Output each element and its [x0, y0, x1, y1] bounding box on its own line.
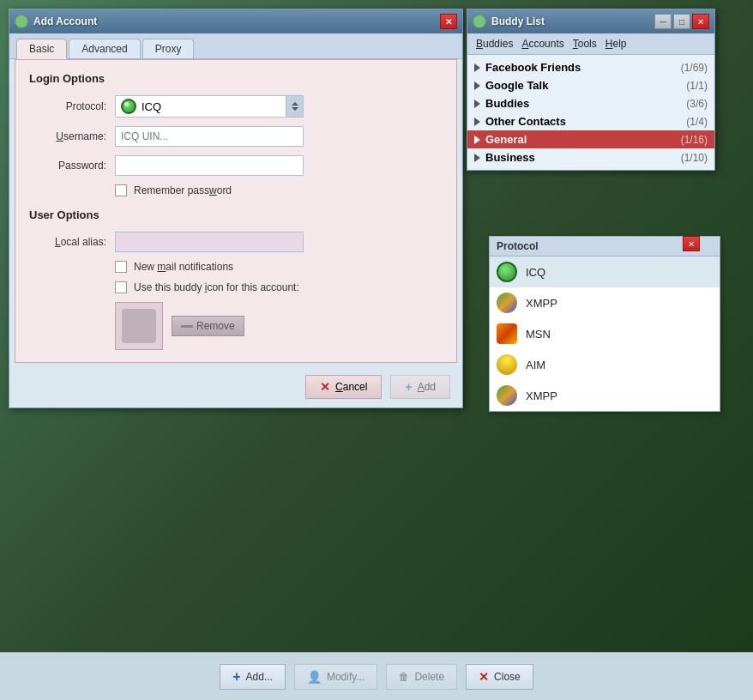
password-label: Password:: [29, 160, 106, 172]
login-options-title: Login Options: [29, 72, 443, 85]
arrow-up-icon: [292, 102, 298, 106]
tab-proxy[interactable]: Proxy: [142, 39, 195, 58]
group-name-business: Business: [485, 151, 676, 164]
protocol-item-msn[interactable]: MSN: [490, 318, 720, 349]
buddy-list-title: Buddy List: [491, 15, 545, 27]
xmpp2-proto-icon: [497, 385, 517, 406]
add-label: Add: [418, 381, 436, 393]
tab-advanced[interactable]: Advanced: [69, 39, 140, 58]
remember-password-checkbox[interactable]: [115, 184, 127, 196]
buddy-list-minimize-button[interactable]: ─: [654, 14, 672, 29]
password-control: [115, 155, 443, 176]
buddy-list-maximize-button[interactable]: □: [673, 14, 690, 29]
buddy-list-titlebar: Buddy List ─ □ ✕: [467, 9, 714, 33]
buddy-icon-placeholder: [122, 309, 156, 343]
cancel-button[interactable]: ✕ Cancel: [305, 375, 382, 399]
protocol-item-xmpp2[interactable]: XMPP: [490, 380, 720, 411]
add-account-content: Login Options Protocol: ICQ Usernam: [15, 59, 457, 363]
add-account-window: Add Account ✕ Basic Advanced Proxy Login…: [9, 9, 463, 408]
protocol-item-icq[interactable]: ICQ: [490, 256, 720, 287]
group-count-buddies: (3/6): [686, 98, 708, 110]
group-arrow-buddies: [474, 100, 480, 108]
remember-password-label: Remember password: [134, 184, 232, 196]
local-alias-row: Local alias:: [29, 232, 443, 252]
modify-button[interactable]: 👤 Modify...: [294, 664, 377, 690]
xmpp-proto-label: XMPP: [526, 297, 557, 310]
aim-proto-icon: [497, 354, 517, 375]
group-count-other: (1/4): [686, 116, 708, 128]
group-google-talk[interactable]: Google Talk (1/1): [467, 76, 714, 94]
buddy-list-close-button[interactable]: ✕: [692, 14, 709, 29]
close-x-icon: ✕: [479, 670, 489, 684]
close-label: Close: [494, 671, 521, 683]
buddy-icon-area: Remove: [115, 302, 443, 350]
buddy-titlebar-left: Buddy List: [473, 15, 545, 28]
group-facebook-friends[interactable]: Facebook Friends (1/69): [467, 58, 714, 76]
modify-icon: 👤: [307, 670, 322, 684]
xmpp-proto-icon: [497, 293, 517, 313]
menu-help[interactable]: Help: [602, 36, 630, 51]
add-account-close-button[interactable]: ✕: [440, 14, 457, 29]
group-name-facebook: Facebook Friends: [485, 61, 676, 74]
new-mail-row: New mail notifications: [115, 261, 443, 273]
add-account-toolbar-button[interactable]: + Add...: [220, 664, 286, 690]
add-account-footer: ✕ Cancel + Add: [9, 368, 462, 407]
bottom-toolbar: + Add... 👤 Modify... 🗑 Delete ✕ Close: [0, 652, 753, 700]
delete-button[interactable]: 🗑 Delete: [386, 664, 457, 690]
icq-icon: [121, 99, 136, 114]
group-general[interactable]: General (1/16): [467, 130, 714, 148]
group-name-other: Other Contacts: [485, 115, 681, 128]
group-business[interactable]: Business (1/10): [467, 148, 714, 166]
protocol-value: ICQ: [142, 100, 161, 113]
icq-proto-icon: [497, 262, 517, 282]
titlebar-left: Add Account: [15, 15, 97, 28]
section-divider: User Options: [29, 208, 443, 221]
icq-proto-label: ICQ: [526, 266, 545, 279]
group-other-contacts[interactable]: Other Contacts (1/4): [467, 112, 714, 130]
local-alias-label: Local alias:: [29, 236, 106, 248]
protocol-popup-close-button[interactable]: ✕: [683, 236, 700, 251]
remove-button[interactable]: Remove: [172, 316, 244, 336]
add-account-titlebar: Add Account ✕: [9, 9, 462, 33]
buddy-titlebar-right: ─ □ ✕: [654, 14, 709, 29]
buddy-menu: Buddies Accounts Tools Help: [467, 33, 714, 55]
protocol-select[interactable]: ICQ: [115, 95, 304, 118]
username-input[interactable]: [115, 126, 304, 147]
tabs-container: Basic Advanced Proxy: [9, 33, 462, 59]
protocol-label: Protocol:: [29, 100, 106, 112]
protocol-control: ICQ: [115, 95, 443, 118]
tab-basic[interactable]: Basic: [16, 39, 67, 59]
protocol-item-xmpp[interactable]: XMPP: [490, 287, 720, 318]
group-count-business: (1/10): [681, 152, 708, 164]
cancel-label: Cancel: [335, 381, 367, 393]
new-mail-checkbox[interactable]: [115, 261, 127, 273]
menu-buddies[interactable]: Buddies: [473, 36, 516, 51]
protocol-item-aim[interactable]: AIM: [490, 349, 720, 380]
close-button[interactable]: ✕ Close: [466, 664, 533, 690]
menu-accounts[interactable]: Accounts: [518, 36, 567, 51]
local-alias-input[interactable]: [115, 232, 304, 252]
add-plus-icon: +: [405, 380, 412, 394]
remove-icon: [181, 325, 193, 328]
add-button[interactable]: + Add: [390, 375, 450, 399]
select-arrow: [286, 96, 303, 117]
aim-proto-label: AIM: [526, 359, 545, 371]
group-buddies[interactable]: Buddies (3/6): [467, 94, 714, 112]
add-account-window-icon: [15, 15, 28, 28]
add-toolbar-icon: +: [232, 669, 240, 685]
buddy-icon-checkbox[interactable]: [115, 281, 127, 293]
group-count-google: (1/1): [686, 80, 708, 92]
menu-tools[interactable]: Tools: [569, 36, 600, 51]
buddy-list-window: Buddy List ─ □ ✕ Buddies Accounts Tools …: [467, 9, 715, 171]
add-toolbar-label: Add...: [246, 671, 273, 683]
delete-label: Delete: [414, 671, 444, 683]
protocol-dropdown-popup: Protocol ICQ XMPP MSN AIM XMPP: [489, 236, 720, 412]
group-name-buddies: Buddies: [485, 97, 681, 110]
password-input[interactable]: [115, 155, 304, 176]
password-row: Password:: [29, 155, 443, 176]
username-control: [115, 126, 443, 147]
group-name-google: Google Talk: [485, 79, 681, 92]
buddy-icon-row: Use this buddy icon for this account:: [115, 281, 443, 293]
arrow-down-icon: [292, 107, 298, 111]
buddy-icon-label: Use this buddy icon for this account:: [134, 281, 299, 293]
